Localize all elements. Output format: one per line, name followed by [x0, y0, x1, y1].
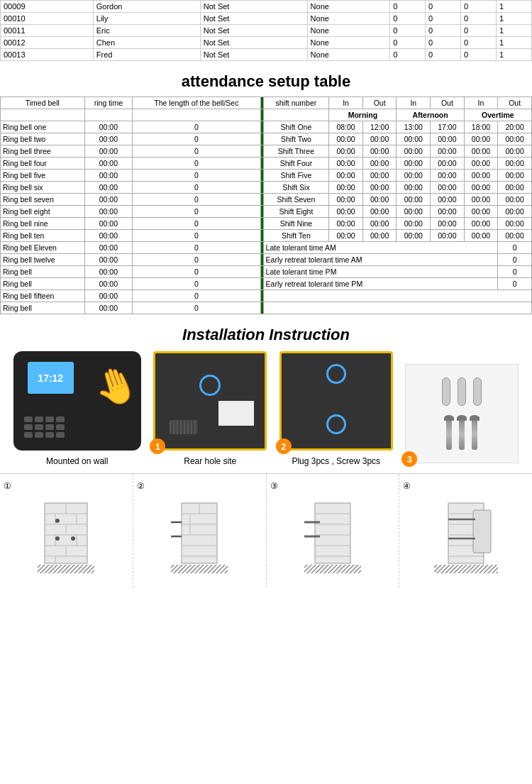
- shift-oout: 00:00: [498, 206, 532, 218]
- shift-min: 00:00: [329, 145, 363, 158]
- shift-aout: 17:00: [431, 121, 465, 133]
- screws-container: [405, 364, 519, 463]
- cell-c1: 0: [390, 37, 426, 49]
- attendance-row: Ring bell six 00:00 0 Shift Six 00:00 00…: [1, 182, 532, 194]
- cell-c2: 0: [426, 37, 461, 49]
- afternoon-header: Afternoon: [397, 109, 464, 121]
- attendance-row: Ring bell 00:00 0 Late tolerant time PM …: [1, 266, 532, 278]
- install-block-3: 2 Plug 3pcs , Screw 3pcs: [279, 351, 393, 466]
- step-1-num: ①: [4, 481, 11, 491]
- rear-hole: [279, 351, 393, 451]
- cell-type: None: [307, 25, 390, 37]
- installation-section: Installation Instruction 17:12 🤚 Mounted…: [0, 326, 532, 587]
- svg-point-16: [71, 536, 75, 541]
- shift-oin: 00:00: [464, 230, 498, 242]
- ring-time: 00:00: [84, 194, 133, 206]
- shift-oout: 00:00: [498, 218, 532, 230]
- shift-mout: 00:00: [362, 218, 397, 230]
- ring-time: 00:00: [84, 290, 133, 302]
- shift-oout: 00:00: [498, 230, 532, 242]
- cell-c4: 1: [497, 25, 532, 37]
- col-morning-in: In: [329, 97, 363, 109]
- shift-oin: 00:00: [464, 170, 498, 182]
- shift-name: Shift One: [263, 121, 329, 133]
- col-afternoon-out: Out: [431, 97, 465, 109]
- cell-c1: 0: [390, 25, 426, 37]
- ring-time: 00:00: [84, 218, 133, 230]
- shift-mout: 00:00: [362, 170, 397, 182]
- shift-name: Shift Three: [263, 145, 329, 158]
- ring-time: 00:00: [84, 158, 133, 170]
- plug-2: [458, 377, 466, 406]
- shift-name: Shift Five: [263, 170, 329, 182]
- cell-c3: 0: [461, 49, 497, 61]
- cell-c2: 0: [426, 25, 461, 37]
- shift-mout: 00:00: [362, 230, 397, 242]
- shift-oin: 18:00: [464, 121, 498, 133]
- install-block-4: 3: [405, 364, 519, 466]
- screws-box: 3: [405, 364, 519, 463]
- bell-name: Ring bell four: [1, 158, 85, 170]
- top-table-row: 00012 Chen Not Set None 0 0 0 1: [1, 37, 532, 49]
- shift-ain: 00:00: [397, 158, 431, 170]
- bell-name: Ring bell nine: [1, 218, 85, 230]
- bell-name: Ring bell five: [1, 170, 85, 182]
- bell-len: 0: [133, 182, 260, 194]
- screws-row: [446, 418, 477, 450]
- svg-rect-17: [38, 565, 94, 573]
- shift-oout: 00:00: [498, 133, 532, 145]
- install-block-2: 1 Rear hole site: [153, 351, 267, 466]
- col-morning-out: Out: [362, 97, 397, 109]
- shift-aout: 00:00: [431, 206, 465, 218]
- shift-oout: 00:00: [498, 145, 532, 158]
- back-panel-box: 1: [153, 351, 267, 451]
- shift-mout: 00:00: [362, 145, 397, 158]
- attendance-table: Timed bell ring time The length of the b…: [0, 96, 532, 314]
- cell-status: Not Set: [200, 49, 307, 61]
- shift-oin: 00:00: [464, 182, 498, 194]
- shift-ain: 00:00: [397, 145, 431, 158]
- rule-label: Late tolerant time AM: [263, 242, 498, 254]
- install-block-1: 17:12 🤚 Mounted on wall: [13, 351, 141, 466]
- shift-mout: 00:00: [362, 133, 397, 145]
- bell-len: 0: [133, 133, 260, 145]
- svg-rect-30: [315, 503, 350, 563]
- bell-name: Ring bell: [1, 278, 85, 290]
- ring-time: 00:00: [84, 254, 133, 266]
- shift-min: 00:00: [329, 158, 363, 170]
- shift-aout: 00:00: [431, 170, 465, 182]
- cell-id: 00013: [1, 49, 94, 61]
- shift-mout: 00:00: [362, 206, 397, 218]
- shift-aout: 00:00: [431, 145, 465, 158]
- cell-c1: 0: [390, 13, 426, 25]
- svg-rect-50: [434, 565, 498, 573]
- top-table-row: 00009 Gordon Not Set None 0 0 0 1: [1, 1, 532, 13]
- bell-name: Ring bell Eleven: [1, 242, 85, 254]
- attendance-row: Ring bell one 00:00 0 Shift One 08:00 12…: [1, 121, 532, 133]
- step-2-num: ②: [137, 481, 145, 491]
- bell-len: 0: [133, 158, 260, 170]
- overtime-header: Overtime: [464, 109, 531, 121]
- install-caption-1: Mounted on wall: [46, 456, 108, 466]
- step-3-diagram: [270, 497, 396, 580]
- shift-oin: 00:00: [464, 194, 498, 206]
- shift-oout: 00:00: [498, 194, 532, 206]
- top-data-table: 00009 Gordon Not Set None 0 0 0 1 00010 …: [0, 0, 532, 61]
- cell-status: Not Set: [200, 13, 307, 25]
- svg-point-14: [55, 519, 60, 523]
- shift-name: Shift Seven: [263, 194, 329, 206]
- bell-len: 0: [133, 278, 260, 290]
- attendance-row: Ring bell nine 00:00 0 Shift Nine 00:00 …: [1, 218, 532, 230]
- bell-len: 0: [133, 218, 260, 230]
- ring-time: 00:00: [84, 242, 133, 254]
- col-ring-time: ring time: [84, 97, 133, 109]
- cell-c3: 0: [461, 37, 497, 49]
- shift-name: Shift Six: [263, 182, 329, 194]
- cell-c4: 1: [497, 37, 532, 49]
- top-table-row: 00011 Eric Not Set None 0 0 0 1: [1, 25, 532, 37]
- step-3-num: ③: [270, 481, 278, 491]
- bell-len: 0: [133, 170, 260, 182]
- shift-oin: 00:00: [464, 218, 498, 230]
- col-bell-len: The length of the bell/Sec: [133, 97, 260, 109]
- attendance-row: Ring bell seven 00:00 0 Shift Seven 00:0…: [1, 194, 532, 206]
